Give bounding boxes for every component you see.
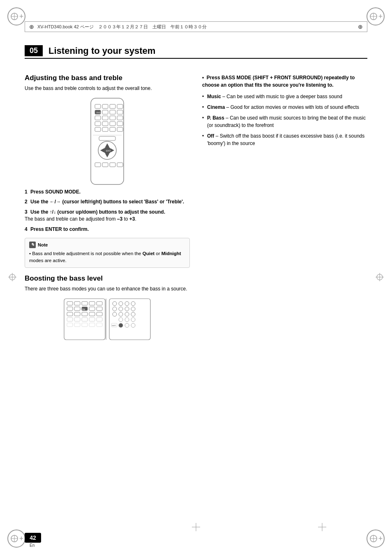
bottom-crosshair-right: [318, 523, 326, 532]
svg-rect-38: [110, 127, 115, 131]
reg-cross-right: [375, 272, 385, 283]
svg-rect-58: [97, 302, 102, 305]
svg-point-89: [131, 307, 135, 311]
svg-rect-70: [67, 318, 73, 321]
svg-rect-19: [95, 104, 101, 108]
svg-rect-24: [102, 110, 108, 114]
svg-rect-21: [110, 104, 115, 108]
svg-point-93: [131, 312, 135, 316]
svg-point-91: [119, 312, 123, 316]
svg-rect-39: [117, 127, 123, 131]
svg-rect-74: [97, 318, 102, 321]
svg-rect-69: [97, 312, 102, 316]
svg-rect-37: [102, 127, 108, 131]
svg-text:SHFT: SHFT: [112, 325, 116, 327]
svg-rect-32: [95, 122, 101, 126]
svg-point-86: [113, 307, 117, 311]
section2-desc: There are three bass modes you can use t…: [25, 285, 190, 292]
svg-rect-59: [67, 307, 73, 311]
svg-rect-71: [74, 318, 80, 321]
chapter-title: Listening to your system: [48, 46, 155, 56]
svg-rect-76: [74, 323, 80, 327]
svg-text:BM: BM: [82, 308, 85, 311]
note-title: ✎ Note: [29, 242, 185, 248]
svg-rect-51: [110, 163, 115, 167]
reg-mark-bl: [7, 530, 25, 548]
section2-heading: Boosting the bass level: [25, 274, 190, 283]
svg-point-88: [125, 307, 129, 311]
svg-rect-55: [74, 302, 80, 305]
svg-point-101: [131, 323, 135, 327]
note-box: ✎ Note • Bass and treble adjustment is n…: [25, 238, 190, 268]
svg-rect-53: [64, 299, 105, 340]
right-column: • Press BASS MODE (SHIFT + FRONT SURROUN…: [202, 70, 367, 518]
svg-rect-60: [74, 307, 80, 311]
reg-mark-tr: [367, 7, 385, 25]
crosshair-icon-right: ⊕: [358, 23, 363, 30]
svg-rect-54: [67, 302, 73, 305]
svg-rect-72: [82, 318, 88, 321]
svg-rect-79: [97, 323, 102, 327]
svg-rect-35: [117, 122, 123, 126]
svg-rect-66: [74, 312, 80, 316]
chapter-header: 05 Listening to your system: [25, 45, 367, 59]
svg-rect-20: [102, 104, 108, 108]
svg-marker-44: [105, 154, 109, 157]
svg-rect-68: [89, 312, 95, 316]
svg-rect-34: [110, 122, 115, 126]
crosshair-icon: ⊕: [29, 23, 34, 30]
left-column: Adjusting the bass and treble Use the ba…: [25, 70, 190, 518]
page-lang: En: [30, 543, 35, 548]
bottom-crosshair: [192, 523, 200, 532]
svg-rect-64: [97, 307, 102, 311]
svg-rect-31: [117, 116, 123, 120]
svg-rect-26: [117, 110, 123, 114]
remote-bottom-image: BM: [62, 297, 152, 342]
svg-rect-75: [67, 323, 73, 327]
svg-rect-41: [99, 136, 115, 140]
svg-marker-46: [111, 148, 114, 152]
list-item-pbass: P. Bass – Can be used with music sources…: [202, 114, 367, 129]
step-2: 2 Use the ←/→ (cursor left/right) button…: [25, 198, 190, 205]
svg-marker-45: [100, 148, 104, 152]
svg-rect-33: [102, 122, 108, 126]
svg-rect-77: [82, 323, 88, 327]
svg-rect-78: [89, 323, 95, 327]
svg-rect-56: [82, 302, 88, 305]
svg-text:ENT: ENT: [106, 150, 111, 152]
remote-top-image: SND: [85, 96, 130, 187]
svg-point-90: [113, 312, 117, 316]
note-text: • Bass and treble adjustment is not poss…: [29, 250, 185, 265]
bass-mode-list: Music – Can be used with music to give a…: [202, 93, 367, 147]
svg-rect-81: [109, 299, 150, 340]
section1-heading: Adjusting the bass and treble: [25, 74, 190, 82]
reg-mark-tl: [7, 7, 25, 25]
svg-rect-49: [95, 163, 101, 167]
print-info-bar: ⊕ XV-HTD340.book 42 ページ ２００３年１２月２７日 土曜日 …: [25, 21, 367, 32]
svg-point-83: [119, 302, 123, 306]
svg-point-82: [113, 302, 117, 306]
reg-cross-left: [7, 272, 17, 283]
list-item-cinema: Cinema – Good for action movies or movie…: [202, 104, 367, 111]
section1-desc: Use the bass and treble controls to adju…: [25, 85, 190, 92]
svg-rect-73: [89, 318, 95, 321]
content-area: Adjusting the bass and treble Use the ba…: [25, 70, 367, 518]
svg-text:SND: SND: [96, 111, 101, 114]
svg-rect-29: [102, 116, 108, 120]
svg-rect-67: [82, 312, 88, 316]
svg-rect-36: [95, 127, 101, 131]
svg-marker-43: [105, 143, 109, 147]
svg-point-100: [125, 323, 129, 327]
step-1: 1 Press SOUND MODE.: [25, 189, 190, 196]
svg-rect-50: [102, 163, 108, 167]
svg-point-94: [119, 318, 123, 322]
svg-rect-28: [95, 116, 101, 120]
svg-point-95: [125, 318, 129, 322]
right-intro: • Press BASS MODE (SHIFT + FRONT SURROUN…: [202, 74, 367, 89]
svg-point-85: [131, 302, 135, 306]
svg-point-96: [131, 318, 135, 322]
list-item-music: Music – Can be used with music to give a…: [202, 93, 367, 100]
svg-rect-65: [67, 312, 73, 316]
svg-point-84: [125, 302, 129, 306]
chapter-number: 05: [25, 45, 43, 56]
